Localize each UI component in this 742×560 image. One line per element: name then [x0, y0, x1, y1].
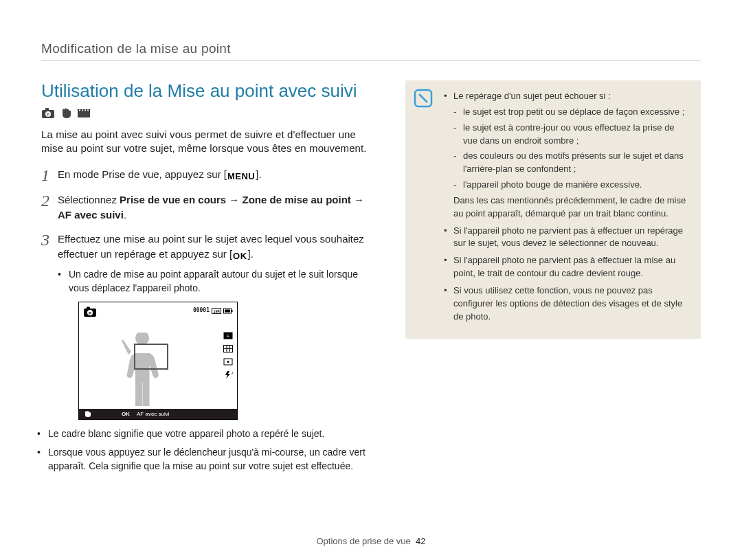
step-body: Sélectionnez Prise de vue en cours → Zon… [58, 192, 378, 223]
svg-line-29 [419, 94, 427, 102]
quality-icon: F [223, 328, 233, 336]
right-column: Le repérage d'un sujet peut échouer si :… [405, 80, 701, 485]
note-item: Si l'appareil photo ne parvient pas à ef… [444, 225, 690, 251]
preview-side-icons: F A [223, 328, 233, 375]
svg-text:P: P [89, 311, 91, 315]
svg-text:P: P [47, 113, 49, 117]
note-item: Si l'appareil photo ne parvient pas à ef… [444, 254, 690, 280]
svg-rect-17 [232, 310, 233, 312]
sub-bullet: Le cadre blanc signifie que votre appare… [37, 427, 378, 440]
intro-text: La mise au point avec suivi vous permet … [41, 128, 378, 156]
scene-icon [77, 107, 91, 120]
note-item: Le repérage d'un sujet peut échouer si :… [444, 90, 690, 221]
camera-preview-figure: P 00001 10M F A [78, 302, 238, 420]
note-info-icon [414, 89, 433, 108]
step-text: Effectuez une mise au point sur le sujet… [58, 233, 364, 260]
note-bullets: Le repérage d'un sujet peut échouer si :… [444, 90, 690, 324]
svg-rect-7 [82, 110, 83, 111]
note-item: Si vous utilisez cette fonction, vous ne… [444, 284, 690, 324]
step-text: ]. [256, 168, 261, 180]
step-number: 1 [41, 167, 49, 184]
svg-point-26 [227, 361, 229, 363]
svg-rect-6 [79, 110, 80, 111]
steps-list: 1 En mode Prise de vue, appuyez sur [MEN… [41, 167, 378, 478]
svg-text:F: F [227, 334, 229, 338]
counter-value: 00001 [193, 306, 210, 315]
note-sub-item: l'appareil photo bouge de manière excess… [453, 179, 690, 192]
mode-icons: P [41, 107, 378, 120]
note-followup: Dans les cas mentionnés précédemment, le… [453, 194, 690, 221]
note-sub-item: le sujet est trop petit ou se déplace de… [453, 106, 690, 119]
footer-section: Options de prise de vue [316, 536, 410, 546]
ok-label: OK [122, 410, 130, 418]
page-title: Utilisation de la Mise au point avec sui… [41, 80, 378, 102]
preview-bottom-bar: OK AF avec suivi [79, 409, 237, 419]
size-indicator-icon: 10M [212, 308, 221, 314]
step-2: 2 Sélectionnez Prise de vue en cours → Z… [41, 192, 378, 223]
page-number: 42 [416, 536, 425, 546]
step-number: 2 [41, 192, 49, 223]
menu-button-label: MENU [227, 170, 256, 183]
step-text: Sélectionnez [58, 194, 120, 205]
hand-dual-icon [59, 107, 73, 120]
camera-p-icon: P [83, 306, 97, 322]
note-sub-item: le sujet est à contre-jour ou vous effec… [453, 122, 690, 148]
step-1: 1 En mode Prise de vue, appuyez sur [MEN… [41, 167, 378, 184]
content-columns: Utilisation de la Mise au point avec sui… [41, 80, 701, 485]
ok-button-label: OK [232, 249, 248, 263]
svg-text:A: A [232, 371, 233, 375]
svg-rect-11 [87, 307, 90, 310]
note-sub-bullets: le sujet est trop petit ou se déplace de… [453, 106, 690, 192]
step-3: 3 Effectuez une mise au point sur le suj… [41, 232, 378, 477]
step-text: ]. [248, 248, 254, 260]
sub-bullet: Un cadre de mise au point apparaît autou… [58, 267, 378, 295]
note-sub-item: des couleurs ou des motifs présents sur … [453, 150, 690, 176]
step-text: . [124, 209, 126, 221]
svg-text:10M: 10M [213, 309, 219, 313]
battery-icon [223, 308, 233, 314]
svg-rect-8 [85, 110, 86, 111]
document-page: Modification de la mise au point Utilisa… [0, 0, 742, 560]
left-column: Utilisation de la Mise au point avec sui… [41, 80, 378, 485]
tracking-af-icon [223, 355, 233, 362]
divider [41, 60, 701, 61]
post-preview-bullets: Le cadre blanc signifie que votre appare… [37, 427, 378, 473]
breadcrumb: Modification de la mise au point [41, 41, 701, 60]
step-text: En mode Prise de vue, appuyez sur [ [58, 168, 227, 180]
svg-rect-1 [45, 108, 49, 111]
hand-icon [83, 410, 91, 418]
svg-rect-18 [225, 309, 230, 312]
note-box: Le repérage d'un sujet peut échouer si :… [405, 80, 701, 339]
flash-auto-icon: A [223, 368, 233, 375]
svg-rect-9 [87, 110, 89, 111]
step-body: En mode Prise de vue, appuyez sur [MENU]… [58, 167, 378, 184]
step-body: Effectuez une mise au point sur le sujet… [58, 232, 378, 477]
note-text: Le repérage d'un sujet peut échouer si : [453, 91, 611, 101]
sub-bullet: Lorsque vous appuyez sur le déclencheur … [37, 445, 378, 473]
focus-frame [134, 344, 168, 370]
camera-p-icon: P [41, 107, 55, 120]
page-footer: Options de prise de vue 42 [0, 536, 742, 546]
step-sub-bullets: Un cadre de mise au point apparaît autou… [58, 267, 378, 295]
frame-counter: 00001 10M [193, 306, 233, 315]
bottom-bar-label: AF avec suivi [137, 410, 170, 418]
grid-icon [223, 341, 233, 349]
